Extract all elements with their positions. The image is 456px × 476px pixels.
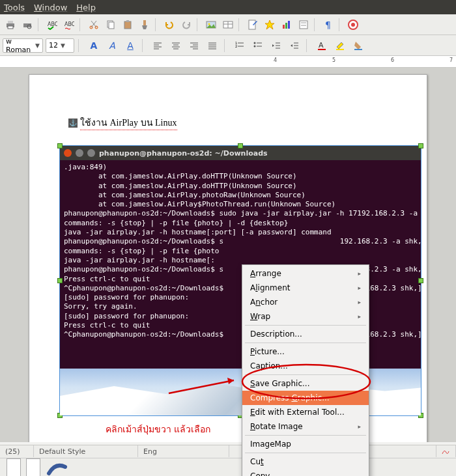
ctx-imagemap[interactable]: ImageMap	[242, 437, 369, 451]
form-icon[interactable]	[296, 17, 311, 33]
bold-icon[interactable]: A	[86, 38, 102, 53]
svg-text:¶: ¶	[325, 20, 331, 30]
status-page: (25)	[0, 445, 34, 457]
resize-handle[interactable]	[57, 278, 63, 283]
image-icon[interactable]	[203, 17, 219, 33]
resize-handle[interactable]	[418, 278, 423, 283]
svg-text:ABC: ABC	[64, 21, 74, 27]
svg-text:2: 2	[235, 44, 237, 48]
highlight-icon[interactable]	[332, 38, 348, 53]
statusbar: (25) Default Style Eng	[0, 445, 456, 476]
ctx-copy[interactable]: Copy	[242, 469, 369, 476]
svg-rect-2	[8, 26, 13, 29]
context-menu: Arrange▸ Alignment▸ Anchor▸ Wrap▸ Descri…	[242, 264, 369, 476]
edit-file-icon[interactable]	[245, 17, 261, 33]
status-sig-icon[interactable]	[436, 445, 456, 457]
align-left-icon[interactable]	[150, 38, 165, 53]
underline-icon[interactable]: A	[122, 38, 138, 53]
table-icon[interactable]	[220, 17, 236, 33]
slide-thumbnails	[0, 458, 456, 477]
numbered-list-icon[interactable]: 12	[232, 38, 248, 53]
svg-rect-13	[143, 20, 146, 25]
format-paintbrush-icon[interactable]	[137, 17, 152, 33]
ctx-picture[interactable]: Picture...	[242, 344, 369, 359]
print-preview-icon[interactable]	[20, 17, 35, 33]
menubar: TToolsools Window Help	[0, 0, 456, 14]
ctx-save-graphic[interactable]: Save Graphic...	[242, 376, 369, 391]
ctx-wrap[interactable]: Wrap▸	[242, 309, 369, 324]
svg-rect-61	[336, 49, 344, 50]
outdent-icon[interactable]	[268, 38, 284, 53]
thumbnail[interactable]	[7, 458, 21, 477]
svg-text:ABC: ABC	[48, 21, 57, 27]
svg-text:A: A	[319, 41, 324, 49]
svg-point-49	[254, 42, 256, 44]
ctx-rotate-image[interactable]: Rotate Image▸	[242, 419, 369, 434]
bullet-list-icon[interactable]	[250, 38, 266, 53]
help-icon[interactable]	[345, 17, 361, 33]
menu-tools[interactable]: TToolsools	[4, 3, 25, 12]
resize-handle[interactable]	[57, 143, 63, 148]
font-color-icon[interactable]: A	[314, 38, 330, 53]
svg-rect-60	[318, 49, 326, 50]
pen-icon	[46, 459, 72, 476]
resize-handle[interactable]	[238, 143, 243, 148]
copy-icon[interactable]	[103, 17, 119, 33]
close-dot	[64, 149, 72, 157]
redo-icon[interactable]	[178, 17, 194, 33]
bg-color-icon[interactable]	[350, 38, 366, 53]
auto-spellcheck-icon[interactable]: ABC	[61, 17, 77, 33]
thumbnail[interactable]	[26, 458, 40, 477]
svg-rect-19	[249, 20, 255, 29]
document-title-text: ใช้งาน AirPlay บน Linux	[80, 115, 177, 130]
print-icon[interactable]	[3, 17, 18, 33]
status-style[interactable]: Default Style	[34, 445, 138, 457]
ctx-alignment[interactable]: Alignment▸	[242, 281, 369, 295]
font-size-combo[interactable]: 12▼	[46, 38, 74, 53]
svg-point-50	[254, 45, 256, 47]
align-center-icon[interactable]	[168, 38, 184, 53]
ctx-arrange[interactable]: Arrange▸	[242, 266, 369, 281]
svg-rect-21	[285, 23, 287, 29]
align-right-icon[interactable]	[186, 38, 202, 53]
terminal-title: phanupon@phanupon-os2d: ~/Downloads	[99, 149, 268, 158]
star-icon[interactable]	[262, 17, 278, 33]
annotation-text: คลิกเม้าส์ปุ่มขวา แล้วเลือก	[106, 422, 210, 436]
document-title-line: ⚓ ใช้งาน AirPlay บน Linux	[68, 115, 177, 130]
anchor-icon: ⚓	[68, 119, 78, 128]
indent-icon[interactable]	[287, 38, 302, 53]
paste-icon[interactable]	[120, 17, 135, 33]
horizontal-ruler: 4 5 6 7	[0, 56, 456, 68]
min-dot	[76, 149, 83, 157]
document-area: ⚓ ใช้งาน AirPlay บน Linux phanupon@phanu…	[0, 68, 456, 442]
align-justify-icon[interactable]	[205, 38, 220, 53]
svg-rect-62	[354, 49, 362, 50]
svg-rect-10	[109, 22, 114, 29]
font-name-combo[interactable]: w Roman▼	[3, 38, 43, 53]
resize-handle[interactable]	[418, 143, 423, 148]
menu-window[interactable]: Window	[34, 3, 67, 12]
ctx-anchor[interactable]: Anchor▸	[242, 295, 369, 309]
svg-rect-11	[124, 21, 131, 29]
pilcrow-icon[interactable]: ¶	[321, 17, 336, 33]
ctx-cut[interactable]: Cut	[242, 455, 369, 469]
svg-rect-25	[301, 25, 306, 26]
italic-icon[interactable]: A	[104, 38, 120, 53]
status-lang[interactable]: Eng	[138, 445, 229, 457]
menu-help[interactable]: Help	[76, 3, 96, 12]
max-dot	[87, 149, 95, 157]
ctx-compress-graphic[interactable]: Compress Graphic...	[242, 391, 369, 405]
svg-rect-22	[288, 21, 290, 29]
ctx-edit-external[interactable]: Edit with External Tool...	[242, 405, 369, 419]
undo-icon[interactable]	[162, 17, 177, 33]
main-toolbar: ABC ABC ¶	[0, 14, 456, 35]
svg-rect-12	[126, 20, 129, 22]
ctx-description[interactable]: Description...	[242, 327, 369, 341]
ctx-caption[interactable]: Caption...	[242, 359, 369, 373]
chart-icon[interactable]	[279, 17, 294, 33]
cut-icon[interactable]	[86, 17, 102, 33]
spellcheck-icon[interactable]: ABC	[44, 17, 60, 33]
format-toolbar: w Roman▼ 12▼ A A A 12 A	[0, 35, 456, 56]
svg-rect-1	[8, 21, 13, 23]
svg-rect-24	[301, 22, 306, 23]
